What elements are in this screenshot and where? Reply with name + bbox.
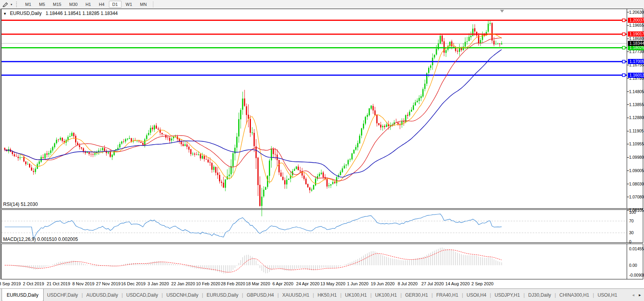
price-axis-tick-label: 1.08030 [629,182,644,186]
trading-terminal-window: ▾ M1M5M15M30H1H4D1W1MN ▼ [0,0,644,301]
price-axis-tick-label: 1.10955 [629,141,644,146]
current-price-tag: 1.18344 [628,41,644,46]
rsi-scale-label: 70 [629,218,634,223]
price-axis-tick-label: 1.12880 [629,115,644,120]
timeframe-button-d1[interactable]: D1 [109,1,121,8]
rsi-panel-frame [2,210,643,243]
timeframe-button-h1[interactable]: H1 [82,1,94,8]
timeframe-button-h4[interactable]: H4 [95,1,108,8]
tab-usoil-h4[interactable]: USOil,H4 [463,289,490,301]
timeframe-button-mn[interactable]: MN [136,1,150,8]
tab-usdchf-daily[interactable]: USDCHF,Daily [44,289,82,301]
macd-scale-label: 0.00 [629,263,637,268]
time-axis-label: 2 Sep 2020 [471,281,493,286]
price-axis-tick-label: 1.09980 [629,155,644,160]
timeframe-button-m30[interactable]: M30 [66,1,81,8]
price-axis-tick-label: 1.20630 [629,10,644,15]
hline-price-tag: 1.18025 [628,45,644,50]
dropdown-arrow-icon: ▾ [11,3,12,6]
chart-tabs: EURUSD,DailyUSDCHF,Daily|AUDUSD,Daily|US… [0,289,629,301]
timeframe-button-w1[interactable]: W1 [122,1,136,8]
pencil-icon [2,2,9,7]
price-axis-tick-label: 1.18680 [629,36,644,41]
timeframe-button-group: M1M5M15M30H1H4D1W1MN [21,2,151,7]
time-axis-label: 22 Jan 2020 [171,281,195,286]
time-axis-label: 3 Jan 2020 [147,281,169,286]
tab-usdcad-daily[interactable]: USDCAD,Daily [123,289,162,301]
time-axis-label: 8 Jul 2020 [397,281,418,286]
time-axis-label: 24 Apr 2020 [296,281,319,286]
time-axis-label: 18 Mar 2020 [246,281,270,286]
time-axis-label: 28 Feb 2020 [221,281,245,286]
tab-usdjpy-h1[interactable]: USDJPY,H1 [491,289,523,301]
price-axis-tick-label: 1.14805 [629,89,644,94]
draw-tool-button[interactable]: ▾ [0,0,15,8]
tab-gbpusd-h4[interactable]: GBPUSD,H4 [243,289,277,301]
rsi-scale-label: 100 [629,210,636,215]
time-axis-label: 1 Jun 2020 [347,281,368,286]
tab-dj30-daily[interactable]: DJ30,Daily [525,289,555,301]
hline-price-tag: 1.17005 [628,59,644,64]
tab-xauusd-h1[interactable]: XAUUSD,H1 [279,289,313,301]
chart-title-readout: ▼ EURUSD,Daily 1.18446 1.18541 1.18285 1… [3,11,118,16]
timeframe-button-m1[interactable]: M1 [22,1,35,8]
chart-dropdown-icon[interactable]: ▼ [3,12,7,16]
time-axis-label: 13 May 2020 [320,281,346,286]
main-panel-frame [2,9,643,209]
time-axis-label: 27 Jul 2020 [421,281,444,286]
time-axis-label: 16 Dec 2019 [121,281,145,286]
hline-price-tag: 1.20037 [628,18,644,23]
macd-scale-label: 0.014556 [629,246,644,251]
tab-uk100-h1[interactable]: UK100,H1 [372,289,400,301]
time-axis-label: 2 Oct 2019 [23,281,44,286]
chart-tab-bar: EURUSD,DailyUSDCHF,Daily|AUDUSD,Daily|US… [0,288,644,301]
toolbar-grip-handle[interactable] [16,2,19,7]
macd-label: MACD(12,26,9) 0.001510 0.002005 [3,237,78,242]
timeframe-button-m15[interactable]: M15 [50,1,65,8]
tab-hk50-h1[interactable]: HK50,H1 [314,289,340,301]
tab-usoil-h1[interactable]: USOil,H1 [594,289,621,301]
price-axis-tick-label: 1.11905 [629,128,644,133]
chart-symbol-period: EURUSD,Daily [10,11,42,16]
tab-usdcnh-daily[interactable]: USDCNH,Daily [163,289,202,301]
tab-audusd-daily[interactable]: AUDUSD,Daily [83,289,122,301]
price-axis-tick-label: 1.07080 [629,195,644,199]
time-axis-label: 14 Aug 2020 [445,281,470,286]
tab-china300-h1[interactable]: CHINA300,H1 [556,289,593,301]
tab-scroll-left-icon[interactable]: ◄ [631,293,635,297]
time-axis-label: 8 Nov 2019 [72,281,94,286]
chart-region[interactable]: ▼ EURUSD,Daily 1.18446 1.18541 1.18285 1… [0,9,644,288]
price-axis-tick-label: 1.09005 [629,168,644,173]
time-axis-label: 19 Jun 2020 [371,281,395,286]
time-axis-label: 13 Sep 2019 [0,281,21,286]
tab-uk100-h1[interactable]: UK100,H1 [342,289,370,301]
tab-scroll-right-icon[interactable]: ► [638,293,642,297]
time-axis-label: 21 Oct 2019 [47,281,70,286]
tab-ger30-h1[interactable]: GER30,H1 [402,289,432,301]
rsi-label: RSI(14) 51.2030 [3,202,38,207]
time-axis-label: 27 Nov 2019 [96,281,120,286]
macd-panel-frame [2,244,643,279]
hline-price-tag: 1.16013 [628,73,644,78]
toolbar-separator [153,1,153,7]
tab-scroll-controls: ◄ ► [629,289,644,301]
timeframe-button-m5[interactable]: M5 [35,1,48,8]
rsi-scale-label: 30 [629,230,634,235]
hline-price-tag: 1.19017 [628,31,644,37]
chart-ohlc-values: 1.18446 1.18541 1.18285 1.18344 [46,11,118,16]
price-axis-tick-label: 1.13855 [629,102,644,107]
macd-scale-label: -0.00900 [629,273,644,277]
time-axis-label: 10 Feb 2020 [196,281,220,286]
tab-fra40-h1[interactable]: FRA40,H1 [433,289,462,301]
price-axis-tick-label: 1.19655 [629,23,644,28]
time-axis-label: 6 Apr 2020 [272,281,293,286]
rsi-scale-label: 0 [629,239,631,244]
toolbar: ▾ M1M5M15M30H1H4D1W1MN [0,0,644,9]
tab-eurusd-daily[interactable]: EURUSD,Daily [2,289,44,301]
tab-eurusd-daily[interactable]: EURUSD,Daily [203,289,242,301]
price-chart-canvas[interactable] [0,9,644,288]
